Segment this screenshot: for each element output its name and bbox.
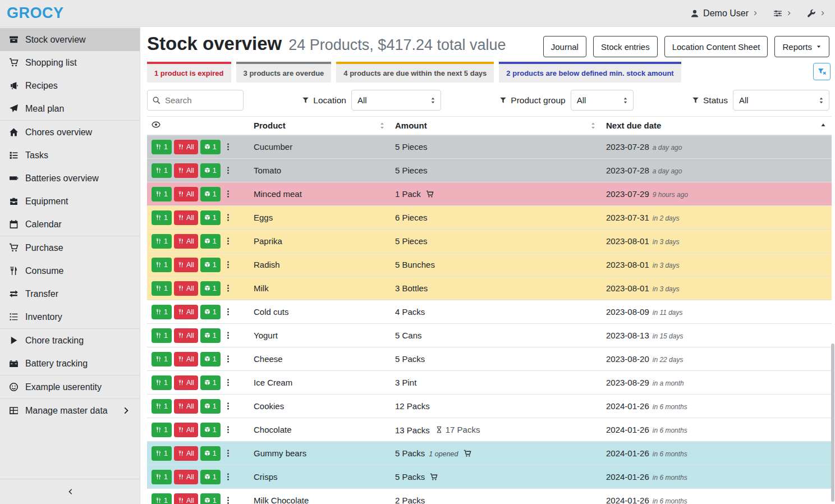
- consume-all-button[interactable]: All: [174, 493, 198, 504]
- table-row[interactable]: 1All1Cold cuts4 Packs2023-08-09in 11 day…: [147, 300, 832, 324]
- open-one-button[interactable]: 1: [200, 470, 221, 484]
- open-one-button[interactable]: 1: [200, 423, 221, 437]
- row-menu-button[interactable]: [223, 212, 233, 223]
- sidebar-collapse-button[interactable]: [0, 479, 140, 504]
- consume-one-button[interactable]: 1: [152, 399, 172, 414]
- consume-all-button[interactable]: All: [174, 258, 198, 272]
- open-one-button[interactable]: 1: [200, 234, 221, 249]
- reports-dropdown-button[interactable]: Reports: [774, 36, 829, 57]
- sidebar-item-batteries-overview[interactable]: Batteries overview: [0, 167, 140, 190]
- consume-one-button[interactable]: 1: [152, 375, 172, 390]
- open-one-button[interactable]: 1: [200, 140, 221, 154]
- table-row[interactable]: 1All1Minced meat1 Pack2023-07-299 hours …: [147, 182, 832, 206]
- location-content-sheet-button[interactable]: Location Content Sheet: [664, 36, 768, 57]
- consume-all-button[interactable]: All: [174, 163, 198, 178]
- sidebar-item-battery-tracking[interactable]: Battery tracking: [0, 352, 140, 375]
- table-row[interactable]: 1All1Tomato5 Pieces2023-07-28a day ago: [147, 159, 832, 182]
- sidebar-item-inventory[interactable]: Inventory: [0, 305, 140, 328]
- table-row[interactable]: 1All1Yogurt5 Cans2023-08-13in 15 days: [147, 324, 832, 347]
- open-one-button[interactable]: 1: [200, 305, 221, 319]
- vertical-scrollbar-thumb[interactable]: [831, 343, 834, 502]
- consume-all-button[interactable]: All: [174, 140, 198, 154]
- consume-all-button[interactable]: All: [174, 375, 198, 390]
- open-one-button[interactable]: 1: [200, 210, 221, 225]
- open-one-button[interactable]: 1: [200, 352, 221, 366]
- status-bar-expired[interactable]: 1 product is expired: [147, 62, 231, 83]
- sidebar-item-purchase[interactable]: Purchase: [0, 236, 140, 259]
- row-menu-button[interactable]: [223, 283, 233, 294]
- eye-icon[interactable]: [152, 120, 160, 129]
- row-menu-button[interactable]: [223, 424, 233, 435]
- sidebar-item-shopping-list[interactable]: Shopping list: [0, 51, 140, 74]
- table-row[interactable]: 1All1Cookies12 Packs2024-01-26in 6 month…: [147, 395, 832, 418]
- sidebar-item-consume[interactable]: Consume: [0, 259, 140, 282]
- open-one-button[interactable]: 1: [200, 281, 221, 296]
- row-menu-button[interactable]: [223, 165, 233, 176]
- consume-all-button[interactable]: All: [174, 210, 198, 225]
- consume-one-button[interactable]: 1: [152, 423, 172, 437]
- open-one-button[interactable]: 1: [200, 328, 221, 343]
- search-input[interactable]: [165, 95, 238, 105]
- table-row[interactable]: 1All1Chocolate13 Packs17 Packs2024-01-26…: [147, 418, 832, 442]
- table-row[interactable]: 1All1Crisps5 Packs2024-01-26in 6 months: [147, 465, 832, 489]
- consume-all-button[interactable]: All: [174, 281, 198, 296]
- stock-entries-button[interactable]: Stock entries: [593, 36, 658, 57]
- product-group-select[interactable]: All: [571, 90, 634, 111]
- consume-one-button[interactable]: 1: [152, 446, 172, 461]
- clear-filter-button[interactable]: [813, 63, 831, 80]
- table-row[interactable]: 1All1Cucumber5 Pieces2023-07-28a day ago: [147, 135, 832, 159]
- open-one-button[interactable]: 1: [200, 399, 221, 414]
- consume-all-button[interactable]: All: [174, 399, 198, 414]
- sidebar-item-tasks[interactable]: Tasks: [0, 144, 140, 167]
- sidebar-item-chore-tracking[interactable]: Chore tracking: [0, 329, 140, 352]
- table-row[interactable]: 1All1Milk3 Bottles2023-08-01in 3 days: [147, 277, 832, 300]
- consume-all-button[interactable]: All: [174, 352, 198, 366]
- consume-one-button[interactable]: 1: [152, 234, 172, 249]
- open-one-button[interactable]: 1: [200, 375, 221, 390]
- consume-all-button[interactable]: All: [174, 234, 198, 249]
- row-menu-button[interactable]: [223, 401, 233, 411]
- sidebar-item-calendar[interactable]: Calendar: [0, 213, 140, 236]
- location-select[interactable]: All: [351, 90, 441, 111]
- status-bar-due[interactable]: 4 products are due within the next 5 day…: [336, 62, 494, 83]
- column-product[interactable]: Product: [249, 117, 391, 135]
- consume-one-button[interactable]: 1: [152, 258, 172, 272]
- table-row[interactable]: 1All1Paprika5 Pieces2023-08-01in 3 days: [147, 230, 832, 253]
- column-next-due-date[interactable]: Next due date: [602, 117, 832, 135]
- consume-all-button[interactable]: All: [174, 470, 198, 484]
- table-row[interactable]: 1All1Cheese5 Packs2023-08-20in 22 days: [147, 347, 832, 371]
- user-menu[interactable]: Demo User: [690, 8, 759, 19]
- consume-one-button[interactable]: 1: [152, 305, 172, 319]
- row-menu-button[interactable]: [223, 448, 233, 459]
- table-row[interactable]: 1All1Milk Chocolate2 Packs2024-01-26in 6…: [147, 489, 832, 504]
- consume-one-button[interactable]: 1: [152, 352, 172, 366]
- status-select[interactable]: All: [733, 90, 829, 111]
- sidebar-item-stock-overview[interactable]: Stock overview: [0, 28, 140, 51]
- consume-one-button[interactable]: 1: [152, 493, 172, 504]
- consume-all-button[interactable]: All: [174, 328, 198, 343]
- row-menu-button[interactable]: [223, 330, 233, 341]
- row-menu-button[interactable]: [223, 471, 233, 482]
- row-menu-button[interactable]: [223, 377, 233, 388]
- open-one-button[interactable]: 1: [200, 163, 221, 178]
- table-row[interactable]: 1All1Radish5 Bunches2023-08-01in 3 days: [147, 253, 832, 277]
- table-row[interactable]: 1All1Gummy bears5 Packs1 opened2024-01-2…: [147, 442, 832, 465]
- consume-one-button[interactable]: 1: [152, 328, 172, 343]
- settings-menu[interactable]: [773, 9, 792, 18]
- consume-one-button[interactable]: 1: [152, 470, 172, 484]
- table-row[interactable]: 1All1Eggs6 Pieces2023-07-31in 2 days: [147, 206, 832, 230]
- open-one-button[interactable]: 1: [200, 446, 221, 461]
- sidebar-item-chores-overview[interactable]: Chores overview: [0, 121, 140, 144]
- consume-all-button[interactable]: All: [174, 446, 198, 461]
- consume-all-button[interactable]: All: [174, 187, 198, 201]
- row-menu-button[interactable]: [223, 236, 233, 246]
- consume-one-button[interactable]: 1: [152, 210, 172, 225]
- journal-button[interactable]: Journal: [543, 36, 586, 57]
- consume-one-button[interactable]: 1: [152, 281, 172, 296]
- status-bar-below-min[interactable]: 2 products are below defined min. stock …: [499, 62, 681, 83]
- table-row[interactable]: 1All1Ice Cream3 Pint2023-08-29in a month: [147, 371, 832, 395]
- row-menu-button[interactable]: [223, 189, 233, 199]
- consume-all-button[interactable]: All: [174, 423, 198, 437]
- status-bar-overdue[interactable]: 3 products are overdue: [236, 62, 332, 83]
- consume-all-button[interactable]: All: [174, 305, 198, 319]
